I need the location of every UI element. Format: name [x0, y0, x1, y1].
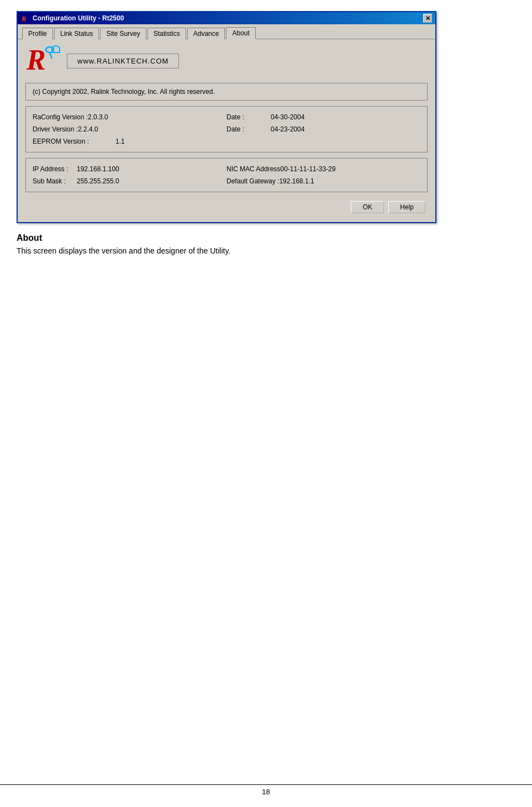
- svg-text:R: R: [26, 44, 46, 73]
- tab-about[interactable]: About: [226, 27, 255, 39]
- app-icon: R: [21, 14, 30, 23]
- raconfig-row: RaConfig Version : 2.0.3.0 Date : 04-30-…: [33, 111, 420, 123]
- raconfig-date-label: Date :: [227, 113, 271, 121]
- application-window: R Configuration Utility - Rt2500 ✕ Profi…: [17, 11, 436, 223]
- tab-link-status[interactable]: Link Status: [54, 28, 99, 39]
- eeprom-label: EEPROM Version :: [33, 138, 115, 145]
- submask-label: Sub Mask :: [33, 177, 77, 185]
- help-button[interactable]: Help: [388, 201, 425, 213]
- tab-advance[interactable]: Advance: [187, 28, 225, 39]
- copyright-text: (c) Copyright 2002, Ralink Technology, I…: [33, 88, 215, 96]
- ok-button[interactable]: OK: [351, 201, 384, 213]
- gateway-label: Default Gateway :: [227, 177, 279, 185]
- submask-value: 255.255.255.0: [77, 177, 119, 185]
- about-section: About This screen displays the version a…: [17, 233, 515, 255]
- driver-date-value: 04-23-2004: [271, 125, 304, 133]
- driver-label: Driver Version :: [33, 125, 78, 133]
- page-divider: [0, 784, 532, 785]
- ip-value: 192.168.1.100: [77, 165, 119, 173]
- website-url: www.RALINKTECH.COM: [67, 54, 179, 68]
- window-title: Configuration Utility - Rt2500: [33, 14, 124, 22]
- svg-point-2: [46, 47, 54, 52]
- tab-statistics[interactable]: Statistics: [148, 28, 186, 39]
- page-number: 18: [0, 788, 532, 796]
- version-info-box: RaConfig Version : 2.0.3.0 Date : 04-30-…: [25, 106, 428, 152]
- mac-label: NIC MAC Address: [227, 165, 280, 173]
- ip-row: IP Address : 192.168.1.100 NIC MAC Addre…: [33, 163, 420, 175]
- raconfig-value: 2.0.3.0: [88, 113, 108, 121]
- eeprom-row: EEPROM Version : 1.1: [33, 135, 420, 147]
- driver-value: 2.2.4.0: [78, 125, 98, 133]
- ip-label: IP Address :: [33, 165, 77, 173]
- title-bar: R Configuration Utility - Rt2500 ✕: [18, 12, 435, 24]
- svg-line-3: [50, 52, 52, 59]
- button-row: OK Help: [25, 198, 428, 215]
- window-body: R www.RALINKTECH.COM (c) Copyright 2002,…: [18, 39, 435, 222]
- about-description: This screen displays the version and the…: [17, 246, 515, 255]
- network-info-box: IP Address : 192.168.1.100 NIC MAC Addre…: [25, 158, 428, 192]
- tab-site-survey[interactable]: Site Survey: [100, 28, 146, 39]
- about-title: About: [17, 233, 515, 243]
- driver-row: Driver Version : 2.2.4.0 Date : 04-23-20…: [33, 123, 420, 135]
- raconfig-date-value: 04-30-2004: [271, 113, 304, 121]
- ralink-logo: R: [25, 43, 56, 80]
- submask-row: Sub Mask : 255.255.255.0 Default Gateway…: [33, 175, 420, 187]
- eeprom-value: 1.1: [115, 138, 125, 145]
- logo-row: R www.RALINKTECH.COM: [25, 46, 428, 76]
- logo-box: R: [25, 46, 56, 76]
- raconfig-label: RaConfig Version :: [33, 113, 88, 121]
- tab-profile[interactable]: Profile: [22, 28, 53, 39]
- tabs-area: Profile Link Status Site Survey Statisti…: [18, 24, 435, 39]
- copyright-box: (c) Copyright 2002, Ralink Technology, I…: [25, 83, 428, 101]
- gateway-value: 192.168.1.1: [279, 177, 314, 185]
- mac-value: 00-11-11-11-33-29: [280, 165, 335, 173]
- svg-text:R: R: [22, 14, 27, 22]
- close-button[interactable]: ✕: [423, 14, 432, 23]
- driver-date-label: Date :: [227, 125, 271, 133]
